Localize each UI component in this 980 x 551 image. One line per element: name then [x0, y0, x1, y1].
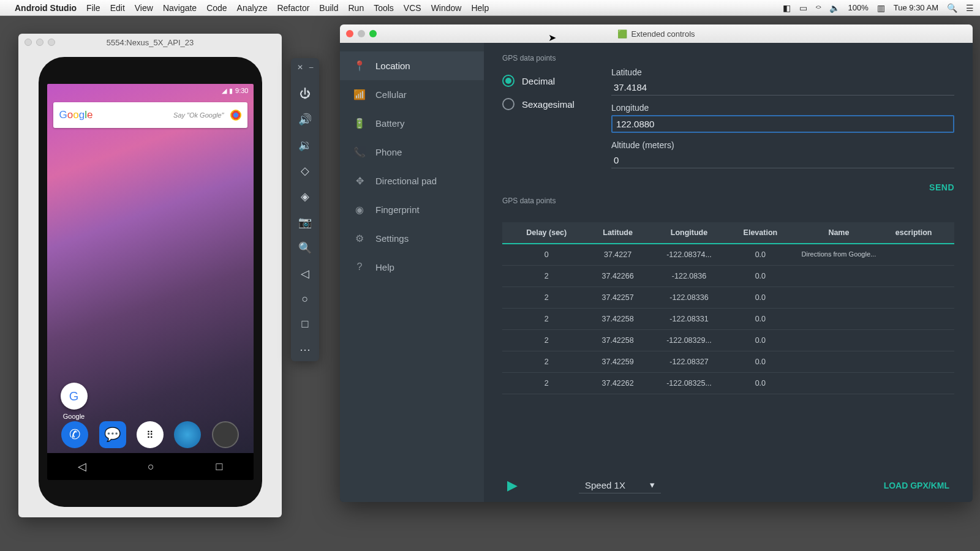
all-apps-icon[interactable]: ⠿ [137, 421, 164, 448]
airplay-icon[interactable]: ▭ [799, 3, 807, 13]
back-button-icon[interactable]: ◁ [298, 267, 312, 280]
cellular-icon: 📶 [353, 89, 366, 100]
speed-select[interactable]: Speed 1X▾ [579, 477, 661, 493]
altitude-input[interactable] [611, 152, 954, 168]
emulator-window: 5554:Nexus_5X_API_23 ◢ ▮ 9:30 Google Say… [18, 34, 282, 517]
menu-help[interactable]: Help [471, 3, 489, 13]
nav-help[interactable]: ?Help [340, 253, 484, 281]
chevron-down-icon: ▾ [650, 479, 655, 490]
clock[interactable]: Tue 9:30 AM [894, 3, 938, 12]
back-icon[interactable]: ◁ [78, 460, 86, 473]
rotate-left-icon[interactable]: ◇ [298, 164, 312, 178]
menu-navigate[interactable]: Navigate [163, 3, 197, 13]
status-time: 9:30 [235, 87, 248, 94]
altitude-field: Altitude (meters) [611, 140, 954, 168]
table-row[interactable]: 237.42257-122.083360.0 [502, 287, 954, 309]
table-row[interactable]: 237.42262-122.08325...0.0 [502, 373, 954, 394]
col-header: Name [796, 228, 882, 237]
search-hint: Say "Ok Google" [173, 111, 224, 119]
overview-button-icon[interactable]: □ [298, 318, 312, 331]
nav-battery[interactable]: 🔋Battery [340, 109, 484, 138]
menu-view[interactable]: View [135, 3, 153, 13]
more-icon[interactable]: ⋯ [298, 343, 312, 356]
latitude-input[interactable] [611, 80, 954, 96]
recents-icon[interactable]: □ [216, 460, 222, 473]
table-row[interactable]: 037.4227-122.08374...0.0Directions from … [502, 244, 954, 266]
nav-phone[interactable]: 📞Phone [340, 138, 484, 167]
nav-fingerprint[interactable]: ◉Fingerprint [340, 195, 484, 224]
table-row[interactable]: 237.42258-122.083310.0 [502, 309, 954, 330]
dock: ✆ 💬 ⠿ [47, 416, 254, 453]
menu-file[interactable]: File [86, 3, 100, 13]
play-icon[interactable]: ▶ [507, 478, 518, 493]
phone-screen[interactable]: ◢ ▮ 9:30 Google Say "Ok Google" G Google… [47, 84, 254, 480]
menu-items: FileEditViewNavigateCodeAnalyzeRefactorB… [86, 3, 499, 13]
screens-icon[interactable]: ◧ [783, 3, 791, 13]
gps-section-label: GPS data points [502, 54, 954, 62]
wifi-icon[interactable]: ⌔ [816, 3, 821, 13]
menu-window[interactable]: Window [431, 3, 462, 13]
table-row[interactable]: 237.42266-122.08360.0 [502, 266, 954, 287]
close-icon[interactable]: ✕ [297, 63, 303, 72]
location-icon: 📍 [353, 60, 366, 72]
send-button[interactable]: SEND [929, 182, 954, 192]
emulator-title: 5554:Nexus_5X_API_23 [107, 38, 194, 47]
close-window-icon[interactable] [346, 30, 353, 37]
mic-icon[interactable] [230, 110, 241, 121]
menu-tools[interactable]: Tools [374, 3, 394, 13]
menu-refactor[interactable]: Refactor [277, 3, 309, 13]
battery-small-icon: ▮ [229, 87, 233, 95]
load-gpx-button[interactable]: LOAD GPX/KML [884, 481, 949, 490]
menu-analyze[interactable]: Analyze [237, 3, 268, 13]
power-icon[interactable]: ⏻ [298, 88, 312, 100]
zoom-window-icon[interactable] [369, 30, 377, 37]
minimize-window-icon[interactable] [358, 30, 365, 37]
zoom-icon[interactable]: 🔍 [298, 241, 312, 255]
app-name[interactable]: Android Studio [15, 3, 77, 13]
nav-cellular[interactable]: 📶Cellular [340, 80, 484, 109]
radio-decimal[interactable]: Decimal [502, 75, 575, 87]
fingerprint-icon: ◉ [353, 204, 366, 216]
longitude-field: Longitude [611, 103, 954, 133]
list-icon[interactable]: ☰ [966, 3, 974, 13]
longitude-input[interactable] [611, 115, 954, 133]
latitude-field: Latitude [611, 67, 954, 96]
extended-controls-window: 🟩 Extended controls 📍Location📶Cellular🔋B… [340, 24, 973, 502]
menu-build[interactable]: Build [319, 3, 338, 13]
menu-edit[interactable]: Edit [110, 3, 125, 13]
menu-code[interactable]: Code [206, 3, 227, 13]
extended-title: Extended controls [631, 29, 695, 39]
col-header: escription [881, 228, 946, 237]
extended-titlebar[interactable]: 🟩 Extended controls [340, 24, 973, 43]
table-row[interactable]: 237.42259-122.083270.0 [502, 351, 954, 373]
home-button-icon[interactable]: ○ [298, 293, 312, 305]
menubar-right: ◧ ▭ ⌔ 🔈 100% ▥ Tue 9:30 AM 🔍 ☰ [783, 3, 974, 13]
phone-app-icon[interactable]: ✆ [61, 421, 88, 448]
google-logo: Google [59, 109, 93, 121]
minimize-icon[interactable]: – [309, 63, 314, 72]
emulator-titlebar[interactable]: 5554:Nexus_5X_API_23 [18, 34, 282, 51]
volume-down-icon[interactable]: 🔉 [298, 138, 312, 152]
spotlight-icon[interactable]: 🔍 [947, 3, 957, 13]
camera-icon[interactable]: 📷 [298, 216, 312, 229]
browser-app-icon[interactable] [174, 421, 201, 448]
rotate-right-icon[interactable]: ◈ [298, 190, 312, 203]
menu-vcs[interactable]: VCS [404, 3, 421, 13]
nav-location[interactable]: 📍Location [340, 51, 484, 80]
macos-menubar: Android Studio FileEditViewNavigateCodeA… [0, 0, 980, 16]
table-row[interactable]: 237.42258-122.08329...0.0 [502, 330, 954, 351]
google-app-icon[interactable]: G [61, 383, 88, 410]
signal-icon: ◢ [222, 87, 227, 95]
volume-up-icon[interactable]: 🔊 [298, 113, 312, 126]
nav-settings[interactable]: ⚙Settings [340, 224, 484, 253]
camera-app-icon[interactable] [212, 421, 239, 448]
menu-run[interactable]: Run [348, 3, 364, 13]
speaker-icon[interactable]: 🔈 [829, 3, 840, 13]
google-search-bar[interactable]: Google Say "Ok Google" [53, 102, 247, 128]
android-badge-icon: 🟩 [617, 29, 627, 39]
radio-sexagesimal[interactable]: Sexagesimal [502, 98, 575, 110]
home-icon[interactable]: ○ [148, 460, 154, 473]
gps-table: Delay (sec)LatitudeLongitudeElevationNam… [502, 222, 954, 471]
nav-directional-pad[interactable]: ✥Directional pad [340, 167, 484, 195]
messages-app-icon[interactable]: 💬 [99, 421, 126, 448]
